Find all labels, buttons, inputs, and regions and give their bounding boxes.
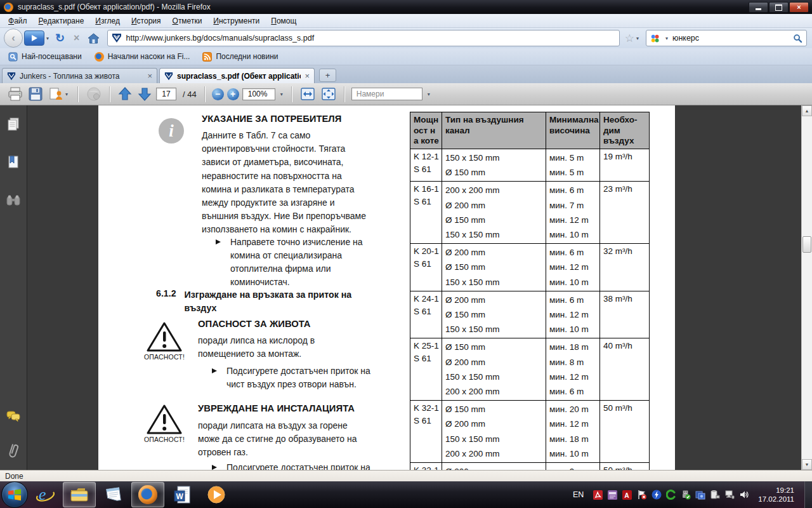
bookmark-star-icon[interactable]: ☆: [625, 32, 634, 45]
print-button[interactable]: [6, 86, 24, 102]
search-box[interactable]: ▾ юнкерс: [646, 30, 807, 46]
menu-file[interactable]: Файл: [3, 15, 33, 27]
scroll-up-button[interactable]: ▲: [802, 105, 812, 116]
sync-button-disabled[interactable]: [85, 85, 103, 103]
tray-clipboard-icon[interactable]: [709, 490, 720, 500]
cell-required-air: 40 m³/h: [599, 338, 649, 400]
bookmark-most-visited[interactable]: Най-посещавани: [4, 50, 86, 64]
tab-close-icon[interactable]: ×: [304, 71, 310, 81]
bookmark-getting-started[interactable]: Начални насоки на Fi...: [90, 50, 195, 64]
search-input-value[interactable]: юнкерс: [670, 34, 789, 43]
taskbar-media-player[interactable]: [200, 482, 233, 507]
maximize-button[interactable]: [769, 2, 789, 13]
bookmark-dropdown[interactable]: ▾: [634, 36, 641, 41]
bookmarks-panel-button[interactable]: [5, 154, 22, 171]
comments-panel-button[interactable]: [5, 408, 22, 425]
search-go-button[interactable]: [793, 34, 802, 43]
menu-bookmarks[interactable]: Отметки: [167, 15, 208, 27]
previous-page-button[interactable]: [117, 85, 133, 103]
page-number-input[interactable]: 17: [156, 88, 176, 100]
minimize-button[interactable]: [749, 2, 768, 13]
scroll-down-button[interactable]: ▼: [802, 459, 812, 470]
rss-icon: [202, 52, 212, 62]
taskbar-word[interactable]: W: [166, 482, 199, 507]
find-input[interactable]: Намери: [351, 88, 422, 100]
tray-usb-safely-remove-icon[interactable]: [680, 490, 691, 500]
note-paragraph: Данните в Табл. 7 са самоориентировъчни …: [202, 129, 366, 237]
start-button[interactable]: [1, 481, 28, 508]
menu-history[interactable]: История: [126, 15, 167, 27]
history-dropdown[interactable]: ▾: [44, 36, 51, 41]
reload-button[interactable]: ↻: [51, 31, 69, 45]
tab-close-icon[interactable]: ×: [147, 71, 152, 81]
scrollbar-thumb[interactable]: [802, 236, 811, 253]
zoom-dropdown[interactable]: ▾: [278, 91, 285, 97]
menu-tools[interactable]: Инструменти: [207, 15, 265, 27]
tray-lightning-icon[interactable]: [651, 490, 662, 500]
svg-text:A: A: [625, 491, 630, 498]
cell-min-height: мин. 20 mмин. 12 mмин. 18 mмин. 10 m: [546, 401, 599, 462]
text-line: Ø 200 mm: [445, 355, 544, 370]
tab-junkers-home[interactable]: Junkers - Топлина за живота ×: [2, 68, 157, 83]
taskbar-windows-explorer[interactable]: [63, 482, 96, 507]
tray-green-c-icon[interactable]: [665, 490, 676, 500]
attachments-panel-button[interactable]: [5, 442, 22, 460]
url-bar[interactable]: http://www.junkers.bg/docs/manuals/supra…: [107, 30, 619, 46]
zoom-level-select[interactable]: 100%: [242, 88, 275, 100]
tray-network-icon[interactable]: [724, 490, 735, 500]
text-line: мин. 12 m: [549, 213, 598, 227]
save-button[interactable]: [27, 86, 44, 102]
show-desktop-button[interactable]: [804, 481, 812, 508]
zoom-out-button[interactable]: −: [212, 88, 224, 100]
cell-boiler-model: K 24-1S 61: [410, 291, 442, 338]
text-line: мин. 20 m: [549, 402, 598, 417]
home-button[interactable]: [84, 33, 103, 44]
url-text: http://www.junkers.bg/docs/manuals/supra…: [126, 34, 314, 43]
text-line: Направете точно изчисление на: [230, 236, 363, 249]
next-page-button[interactable]: [136, 85, 153, 103]
tray-adobe-reader-icon[interactable]: [593, 490, 603, 500]
menu-edit[interactable]: Редактиране: [33, 15, 90, 27]
search-engine-dropdown[interactable]: ▾: [664, 36, 670, 41]
zoom-in-button[interactable]: +: [227, 88, 239, 100]
text-line: 150 x 150 mm: [445, 227, 544, 242]
stop-button[interactable]: ×: [69, 32, 84, 44]
forward-button[interactable]: [24, 30, 44, 46]
text-line: 150 x 150 mm: [445, 322, 544, 337]
tab-supraclass-pdf[interactable]: supraclass_s.pdf (Обект applicatio... ×: [159, 68, 315, 83]
taskbar-notepad[interactable]: [97, 482, 130, 507]
taskbar-clock[interactable]: 19:21 17.02.2011: [758, 486, 794, 504]
vertical-scrollbar[interactable]: ▲ ▼: [801, 105, 812, 470]
menu-help[interactable]: Помощ: [265, 15, 302, 27]
fit-width-button[interactable]: [299, 86, 317, 102]
collaborate-button[interactable]: ▾: [47, 86, 71, 102]
cell-min-height: мин. 5 mмин. 5 m: [546, 149, 599, 181]
menu-view[interactable]: Изглед: [89, 15, 126, 27]
tray-display-app-icon[interactable]: [695, 490, 705, 500]
language-indicator[interactable]: EN: [573, 490, 584, 499]
tray-volume-icon[interactable]: [738, 490, 749, 500]
back-button[interactable]: ‹: [4, 29, 23, 48]
close-button[interactable]: ×: [789, 2, 809, 13]
cell-duct-type: 150 x 150 mmØ 150 mm: [442, 149, 546, 181]
fit-page-button[interactable]: [320, 86, 337, 102]
new-tab-button[interactable]: +: [319, 69, 336, 82]
pages-panel-button[interactable]: [5, 116, 22, 133]
tray-action-center-icon[interactable]: [636, 490, 647, 500]
cell-duct-type: Ø 200 mmØ 150 mm150 x 150 mm: [442, 244, 546, 291]
pdf-page: i УКАЗАНИЕ ЗА ПОТРЕБИТЕЛЯ Данните в Табл…: [98, 105, 675, 470]
section-title: Изграждане на връзката за приток навъзду…: [185, 288, 352, 315]
tray-adobe-icon[interactable]: A: [622, 490, 632, 500]
find-dropdown[interactable]: ▾: [426, 91, 432, 97]
text-line: поради липсата на въздух за горене: [198, 419, 357, 432]
text-line: мин. 6 m: [549, 384, 598, 399]
collaborate-dropdown[interactable]: ▾: [63, 91, 70, 97]
cell-duct-type: Ø 200 mmØ 150 mm150 x 150 mm: [442, 291, 546, 338]
bookmark-latest-news[interactable]: Последни новини: [198, 50, 282, 64]
taskbar-internet-explorer[interactable]: e: [29, 482, 62, 507]
tray-purple-app-icon[interactable]: [607, 490, 618, 500]
table-row: K 25-1S 61Ø 150 mmØ 200 mm150 x 150 mm20…: [410, 338, 649, 400]
text-line: мин. 9 m: [549, 464, 598, 470]
taskbar-firefox[interactable]: [131, 482, 164, 507]
search-panel-button[interactable]: [5, 192, 22, 210]
